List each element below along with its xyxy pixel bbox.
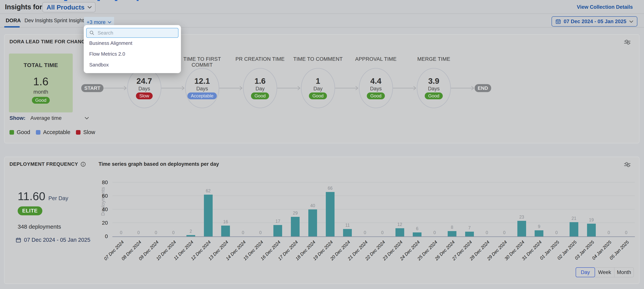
stage-status-badge: Acceptable bbox=[188, 92, 217, 99]
legend-label: Acceptable bbox=[43, 129, 70, 136]
bar-slot: 0 09 Dec 2024 bbox=[147, 177, 164, 236]
widget-settings-icon[interactable] bbox=[623, 160, 632, 169]
chevron-down-icon bbox=[87, 6, 92, 9]
bar-value-label: 16 bbox=[223, 219, 228, 224]
bar-slot: 9 31 Dec 2024 bbox=[530, 177, 548, 236]
deployment-bar[interactable] bbox=[343, 229, 352, 236]
stage-label: MERGE TIME bbox=[405, 56, 462, 68]
more-tabs-dropdown: Business Alignment Flow Metrics 2.0 Sand… bbox=[84, 25, 181, 73]
page-header: Insights for All Products View Collectio… bbox=[0, 0, 644, 14]
chart-title: Time series graph based on deployments p… bbox=[98, 161, 219, 167]
bar-slot: 0 15 Dec 2024 bbox=[252, 177, 269, 236]
tab-sprint-insights[interactable]: Sprint Insights bbox=[54, 14, 86, 27]
deployments-date-range: 07 Dec 2024 - 05 Jan 2025 bbox=[16, 237, 90, 243]
deployment-bar[interactable] bbox=[204, 195, 213, 236]
stage-label: PR CREATION TIME bbox=[232, 56, 288, 68]
elite-badge: ELITE bbox=[18, 206, 42, 215]
y-axis-tick: 40 bbox=[96, 206, 108, 212]
bar-slot: 7 27 Dec 2024 bbox=[461, 177, 478, 236]
date-range-label: 07 Dec 2024 - 05 Jan 2025 bbox=[564, 18, 626, 24]
bar-value-label: 7 bbox=[468, 226, 471, 230]
flow-arrow-icon bbox=[162, 86, 185, 90]
granularity-month-button[interactable]: Month bbox=[614, 267, 634, 277]
bar-value-label: 2 bbox=[190, 229, 192, 234]
bar-slot: 0 07 Dec 2024 bbox=[112, 177, 130, 236]
total-time-status-badge: Good bbox=[32, 97, 50, 104]
dropdown-search-input[interactable] bbox=[86, 28, 178, 38]
info-icon[interactable] bbox=[80, 162, 86, 167]
bar-slot: 62 12 Dec 2024 bbox=[200, 177, 217, 236]
deployment-bar[interactable] bbox=[274, 225, 282, 236]
status-legend: Good Acceptable Slow bbox=[10, 129, 95, 136]
bar-slot: 0 10 Dec 2024 bbox=[164, 177, 182, 236]
tab-dev-insights[interactable]: Dev Insights bbox=[24, 14, 53, 27]
granularity-week-button[interactable]: Week bbox=[595, 267, 614, 277]
bar-slot: 66 19 Dec 2024 bbox=[322, 177, 339, 236]
active-tab-underline bbox=[4, 26, 20, 28]
deployment-bar[interactable] bbox=[326, 192, 334, 236]
dropdown-item-business-alignment[interactable]: Business Alignment bbox=[86, 38, 178, 48]
legend-swatch bbox=[10, 130, 14, 135]
total-time-label: TOTAL TIME bbox=[24, 62, 58, 68]
bar-value-label: 0 bbox=[381, 230, 384, 235]
bar-slot: 17 16 Dec 2024 bbox=[269, 177, 287, 236]
deployment-bar[interactable] bbox=[570, 222, 578, 236]
deployments-count: 348 deployments bbox=[18, 224, 61, 230]
collection-selector-label: All Products bbox=[46, 4, 84, 11]
deployment-bar[interactable] bbox=[186, 235, 195, 236]
lead-time-stage: TIME TO COMMENT 1 Day Good bbox=[301, 56, 335, 108]
show-selector[interactable]: Show: Average time bbox=[10, 115, 89, 121]
bar-value-label: 40 bbox=[310, 203, 315, 208]
deployment-bar[interactable] bbox=[587, 224, 596, 236]
granularity-toggle: DayWeekMonth bbox=[576, 267, 634, 277]
bar-value-label: 21 bbox=[572, 216, 576, 221]
calendar-icon bbox=[555, 18, 561, 24]
deployment-rate-value: 11.60 bbox=[18, 190, 46, 203]
view-collection-details-link[interactable]: View Collection Details bbox=[577, 4, 633, 10]
bar-slots: 0 07 Dec 2024 0 08 Dec 2024 0 09 Dec 202… bbox=[112, 177, 635, 236]
bar-value-label: 0 bbox=[555, 230, 558, 235]
dropdown-item-flow-metrics[interactable]: Flow Metrics 2.0 bbox=[86, 48, 178, 60]
widget-settings-icon[interactable] bbox=[623, 38, 632, 46]
bar-value-label: 0 bbox=[242, 230, 244, 235]
bar-slot: 0 25 Dec 2024 bbox=[426, 177, 443, 236]
collection-selector-button[interactable]: All Products bbox=[42, 2, 96, 12]
flow-arrow-icon bbox=[451, 86, 475, 90]
deployment-bar[interactable] bbox=[413, 232, 422, 236]
y-axis-tick: 0 bbox=[96, 233, 108, 240]
tab-dora[interactable]: DORA bbox=[6, 14, 21, 27]
bar-slot: 0 29 Dec 2024 bbox=[496, 177, 513, 236]
stage-circle: 12.1 Days Acceptable bbox=[185, 68, 219, 108]
dropdown-item-sandbox[interactable]: Sandbox bbox=[86, 60, 178, 70]
granularity-day-button[interactable]: Day bbox=[576, 267, 595, 277]
bar-value-label: 19 bbox=[589, 218, 594, 222]
flow-arrow-icon bbox=[104, 86, 127, 90]
deployment-bar[interactable] bbox=[465, 232, 474, 236]
legend-swatch bbox=[36, 130, 40, 135]
stage-unit: Days bbox=[138, 86, 150, 92]
stage-label: APPROVAL TIME bbox=[348, 56, 404, 68]
show-value: Average time bbox=[30, 115, 62, 121]
total-time-value: 1.6 bbox=[33, 76, 48, 87]
total-time-card: TOTAL TIME 1.6 month Good bbox=[9, 54, 73, 112]
deployment-bar[interactable] bbox=[396, 228, 404, 236]
bar-value-label: 0 bbox=[172, 230, 175, 235]
total-time-unit: month bbox=[34, 89, 48, 95]
bar-value-label: 8 bbox=[451, 225, 453, 230]
y-axis-tick: 60 bbox=[96, 193, 108, 199]
bar-value-label: 0 bbox=[503, 230, 506, 235]
deployment-bar[interactable] bbox=[291, 217, 300, 236]
bar-value-label: 11 bbox=[345, 223, 350, 228]
bar-value-label: 66 bbox=[328, 186, 333, 191]
deployment-bar[interactable] bbox=[517, 221, 526, 236]
deployment-bar[interactable] bbox=[221, 226, 230, 236]
show-label: Show: bbox=[10, 115, 26, 121]
bar-value-label: 12 bbox=[397, 222, 402, 227]
bar-value-label: 0 bbox=[137, 230, 140, 235]
deployment-bar[interactable] bbox=[535, 230, 544, 236]
deployment-bar[interactable] bbox=[308, 210, 317, 236]
stage-status-badge: Good bbox=[309, 92, 327, 99]
deployment-bar[interactable] bbox=[448, 231, 456, 236]
bar-value-label: 0 bbox=[259, 230, 262, 235]
date-range-picker[interactable]: 07 Dec 2024 - 05 Jan 2025 bbox=[552, 16, 637, 26]
